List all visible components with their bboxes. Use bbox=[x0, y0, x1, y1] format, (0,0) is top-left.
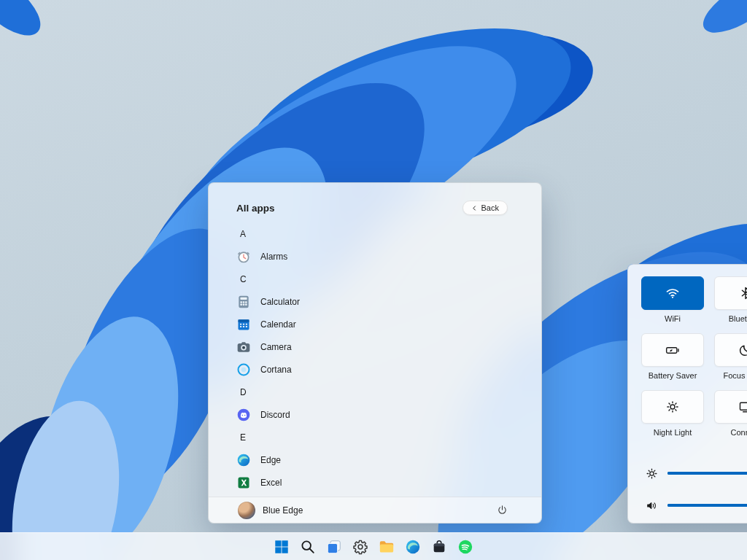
start-menu-all-apps: All apps Back AAlarmsCCalculatorCalendar… bbox=[208, 182, 542, 524]
volume-row bbox=[646, 495, 747, 516]
store-button[interactable] bbox=[430, 537, 449, 556]
app-item-discord[interactable]: Discord bbox=[228, 403, 522, 426]
excel-icon bbox=[236, 475, 251, 490]
back-button[interactable]: Back bbox=[462, 201, 508, 215]
settings-button[interactable] bbox=[351, 537, 370, 556]
brightness-icon bbox=[646, 467, 658, 480]
search-button[interactable] bbox=[298, 537, 317, 556]
section-letter-a[interactable]: A bbox=[228, 222, 522, 245]
quick-settings-grid: WiFiBluetoothBattery SaverFocus assistNi… bbox=[641, 276, 747, 437]
bluetooth-button[interactable] bbox=[714, 276, 747, 310]
user-name: Blue Edge bbox=[263, 505, 303, 516]
app-label: Calendar bbox=[260, 319, 296, 330]
app-label: Cortana bbox=[260, 365, 292, 375]
wifi-button[interactable] bbox=[641, 276, 704, 310]
power-button[interactable] bbox=[492, 500, 512, 521]
quick-settings-panel: WiFiBluetoothBattery SaverFocus assistNi… bbox=[627, 264, 747, 524]
qs-label-bluetooth: Bluetooth bbox=[714, 314, 747, 323]
alarms-icon bbox=[236, 249, 251, 264]
qs-label-wifi: WiFi bbox=[641, 314, 704, 323]
volume-icon bbox=[646, 499, 658, 512]
start-button[interactable] bbox=[272, 537, 291, 556]
task-view-button[interactable] bbox=[325, 537, 344, 556]
qs-tile-bluetooth: Bluetooth bbox=[714, 276, 747, 323]
camera-icon bbox=[236, 340, 251, 354]
back-label: Back bbox=[481, 203, 499, 212]
spotify-button[interactable] bbox=[456, 537, 475, 556]
all-apps-title: All apps bbox=[236, 203, 275, 214]
qs-tile-battery-saver: Battery Saver bbox=[641, 333, 704, 380]
app-item-camera[interactable]: Camera bbox=[228, 335, 522, 358]
battery-saver-button[interactable] bbox=[641, 333, 704, 367]
edge-icon bbox=[236, 453, 251, 467]
start-menu-footer: Blue Edge bbox=[209, 497, 541, 523]
focus-assist-button[interactable] bbox=[714, 333, 747, 367]
qs-label-focus-assist: Focus assist bbox=[714, 371, 747, 380]
qs-label-night-light: Night Light bbox=[641, 428, 704, 437]
qs-tile-night-light: Night Light bbox=[641, 390, 704, 437]
app-item-cortana[interactable]: Cortana bbox=[228, 358, 522, 381]
qs-label-connect: Connect bbox=[714, 428, 747, 437]
brightness-row bbox=[646, 463, 747, 483]
brightness-slider[interactable] bbox=[667, 472, 747, 475]
app-label: Excel bbox=[260, 478, 282, 488]
brightness-slider-fill bbox=[667, 472, 747, 475]
app-label: Calculator bbox=[260, 297, 300, 307]
all-apps-list: AAlarmsCCalculatorCalendarCameraCortanaD… bbox=[209, 218, 541, 497]
file-explorer-button[interactable] bbox=[377, 537, 396, 556]
qs-tile-wifi: WiFi bbox=[641, 276, 704, 323]
cortana-icon bbox=[236, 362, 251, 377]
chevron-left-icon bbox=[471, 205, 478, 211]
desktop: All apps Back AAlarmsCCalculatorCalendar… bbox=[0, 0, 747, 560]
app-label: Edge bbox=[260, 455, 281, 465]
night-light-button[interactable] bbox=[641, 390, 704, 424]
section-letter-c[interactable]: C bbox=[228, 268, 522, 290]
app-item-calendar[interactable]: Calendar bbox=[228, 313, 522, 335]
discord-icon bbox=[236, 408, 251, 422]
app-item-alarms[interactable]: Alarms bbox=[228, 245, 522, 268]
qs-label-battery-saver: Battery Saver bbox=[641, 371, 704, 380]
app-item-calculator[interactable]: Calculator bbox=[228, 290, 522, 313]
start-menu-header: All apps Back bbox=[209, 183, 541, 218]
user-avatar bbox=[238, 502, 255, 519]
qs-tile-focus-assist: Focus assist bbox=[714, 333, 747, 380]
volume-slider-fill bbox=[667, 504, 747, 507]
taskbar-icons bbox=[272, 537, 475, 556]
taskbar bbox=[0, 532, 747, 560]
section-letter-d[interactable]: D bbox=[228, 381, 522, 403]
section-letter-e[interactable]: E bbox=[228, 426, 522, 448]
edge-button[interactable] bbox=[403, 537, 422, 556]
qs-tile-connect: Connect bbox=[714, 390, 747, 437]
app-item-excel[interactable]: Excel bbox=[228, 471, 522, 494]
app-label: Alarms bbox=[260, 252, 287, 262]
user-profile[interactable]: Blue Edge bbox=[238, 502, 303, 519]
app-label: Camera bbox=[260, 342, 292, 352]
quick-settings-sliders bbox=[641, 463, 747, 516]
app-label: Discord bbox=[260, 410, 290, 420]
calculator-icon bbox=[236, 295, 251, 309]
volume-slider[interactable] bbox=[667, 504, 747, 507]
calendar-icon bbox=[236, 317, 251, 332]
connect-button[interactable] bbox=[714, 390, 747, 424]
app-item-edge[interactable]: Edge bbox=[228, 448, 522, 471]
